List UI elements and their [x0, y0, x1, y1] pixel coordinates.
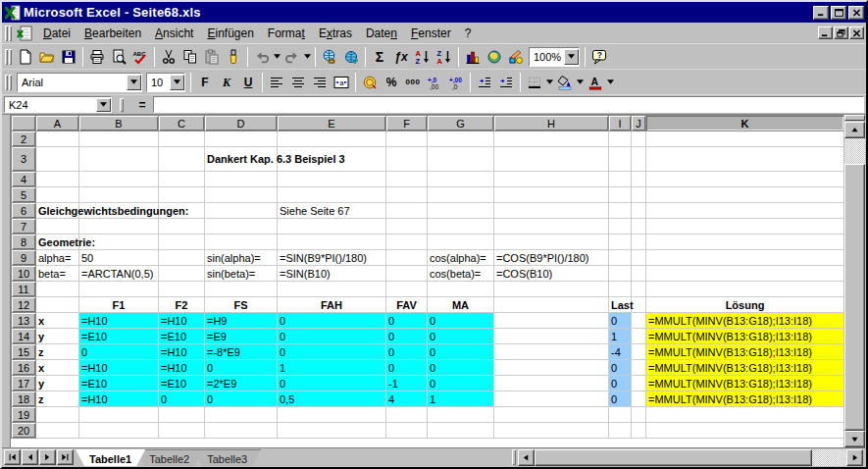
cell-G4[interactable]: [428, 172, 494, 187]
row-header-17[interactable]: 17: [12, 376, 36, 391]
toolbar-grip[interactable]: [5, 49, 8, 65]
cell-K9[interactable]: [646, 250, 844, 266]
menu-fenster[interactable]: Fenster: [404, 25, 458, 42]
cell-J6[interactable]: [632, 203, 646, 219]
cell-D14[interactable]: =E9: [205, 329, 278, 344]
column-header-F[interactable]: F: [386, 116, 428, 131]
cell-F17[interactable]: -1: [386, 376, 428, 391]
cell-F18[interactable]: 4: [386, 391, 428, 407]
cell-K18[interactable]: =MMULT(MINV(B13:G18);I13:I18): [646, 391, 844, 407]
column-header-K[interactable]: K: [646, 116, 844, 131]
cell-C18[interactable]: 0: [159, 391, 205, 407]
cell-K10[interactable]: [646, 266, 844, 282]
borders-button[interactable]: [524, 72, 545, 93]
cell-E4[interactable]: [278, 172, 386, 187]
cell-H10[interactable]: =COS(B10): [494, 266, 609, 282]
cell-A5[interactable]: [36, 187, 79, 203]
toolbar-grip[interactable]: [9, 49, 12, 65]
cell-K5[interactable]: [646, 187, 844, 203]
cell-F9[interactable]: [386, 250, 428, 266]
cell-C11[interactable]: [159, 282, 205, 297]
cell-C5[interactable]: [159, 187, 205, 203]
cell-C3[interactable]: [159, 147, 205, 172]
cell-A20[interactable]: [36, 423, 79, 439]
chevron-down-icon[interactable]: [127, 75, 141, 90]
scroll-down-button[interactable]: [844, 431, 865, 447]
align-right-button[interactable]: [309, 72, 331, 93]
cell-C12[interactable]: F2: [159, 297, 205, 313]
cell-A6[interactable]: Gleichgewichtsbedingungen:: [36, 203, 79, 219]
cell-G9[interactable]: cos(alpha)=: [428, 250, 494, 266]
row-header-2[interactable]: 2: [12, 131, 36, 147]
cell-K20[interactable]: [646, 423, 844, 439]
cell-B2[interactable]: [79, 131, 159, 147]
vertical-scroll-thumb[interactable]: [844, 164, 865, 431]
cell-J7[interactable]: [632, 219, 646, 234]
row-header-5[interactable]: 5: [12, 187, 36, 203]
cell-G11[interactable]: [428, 282, 494, 297]
cell-A17[interactable]: y: [36, 376, 79, 391]
cell-B12[interactable]: F1: [79, 297, 159, 313]
row-header-3[interactable]: 3: [12, 147, 36, 172]
cell-C17[interactable]: =E10: [159, 376, 205, 391]
sheet-tab-tabelle2[interactable]: Tabelle2: [135, 449, 203, 466]
cell-B17[interactable]: =E10: [79, 376, 159, 391]
decrease-decimal-button[interactable]: +,00,0: [445, 72, 467, 93]
close-button[interactable]: [848, 6, 864, 20]
cell-I19[interactable]: [609, 407, 632, 423]
cell-K14[interactable]: =MMULT(MINV(B13:G18);I13:I18): [646, 329, 844, 344]
doc-close-button[interactable]: [849, 26, 864, 39]
cell-I14[interactable]: 1: [609, 329, 632, 344]
cell-F13[interactable]: 0: [386, 313, 428, 329]
font-select[interactable]: Arial: [17, 73, 142, 92]
cell-C8[interactable]: [159, 234, 205, 250]
cell-E20[interactable]: [278, 423, 386, 439]
last-sheet-button[interactable]: [57, 449, 74, 465]
cell-G18[interactable]: 1: [428, 391, 494, 407]
cell-K12[interactable]: Lösung: [646, 297, 844, 313]
font-color-button-dropdown[interactable]: [606, 72, 615, 93]
cell-H8[interactable]: [494, 234, 609, 250]
cell-D17[interactable]: =2*E9: [205, 376, 278, 391]
cell-G17[interactable]: 0: [428, 376, 494, 391]
row-header-19[interactable]: 19: [12, 407, 36, 423]
cell-A11[interactable]: [36, 282, 79, 297]
cell-E5[interactable]: [278, 187, 386, 203]
scroll-right-button[interactable]: [846, 449, 863, 466]
cell-A19[interactable]: [36, 407, 79, 423]
cell-D15[interactable]: =-8*E9: [205, 344, 278, 360]
drawing-button[interactable]: [505, 46, 527, 68]
row-header-9[interactable]: 9: [12, 250, 36, 266]
font-color-button[interactable]: A: [585, 72, 606, 93]
column-header-A[interactable]: A: [36, 116, 79, 131]
cell-D7[interactable]: [205, 219, 278, 234]
menubar-grip[interactable]: [5, 26, 8, 41]
cell-I5[interactable]: [609, 187, 632, 203]
cell-K16[interactable]: =MMULT(MINV(B13:G18);I13:I18): [646, 360, 844, 376]
cell-I6[interactable]: [609, 203, 632, 219]
cell-J18[interactable]: [632, 391, 646, 407]
doc-minimize-button[interactable]: [818, 26, 833, 39]
cell-C10[interactable]: [159, 266, 205, 282]
cell-F11[interactable]: [386, 282, 428, 297]
cell-I10[interactable]: [609, 266, 632, 282]
cell-H15[interactable]: [494, 344, 609, 360]
cell-F14[interactable]: 0: [386, 329, 428, 344]
sheet-tab-tabelle3[interactable]: Tabelle3: [193, 449, 261, 466]
row-header-14[interactable]: 14: [12, 329, 36, 344]
percent-button[interactable]: %: [381, 72, 402, 93]
cell-B3[interactable]: [79, 147, 159, 172]
copy-button[interactable]: [179, 46, 201, 68]
cell-K4[interactable]: [646, 172, 844, 187]
cell-D4[interactable]: [205, 172, 278, 187]
cell-D18[interactable]: 0: [205, 391, 278, 407]
formula-input[interactable]: [153, 96, 864, 113]
cell-G5[interactable]: [428, 187, 494, 203]
cell-B15[interactable]: 0: [79, 344, 159, 360]
cell-H14[interactable]: [494, 329, 609, 344]
map-button[interactable]: [484, 46, 505, 68]
undo-button[interactable]: [251, 46, 273, 68]
cell-H20[interactable]: [494, 423, 609, 439]
cell-C14[interactable]: =E10: [159, 329, 205, 344]
cell-G2[interactable]: [428, 131, 494, 147]
